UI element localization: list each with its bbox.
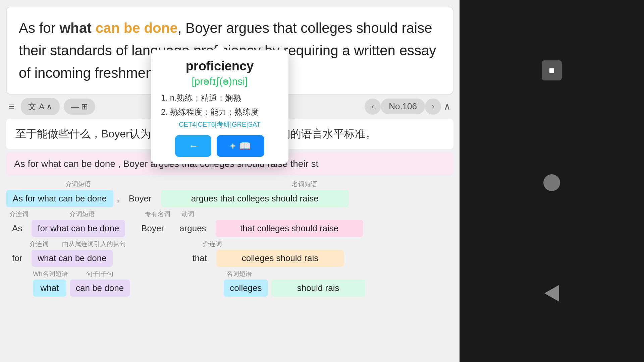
highlight-canbe: can be done	[96, 20, 178, 36]
back-button[interactable]: ←	[175, 135, 211, 157]
translate-button[interactable]: 文 A ∧	[21, 98, 59, 115]
phrase-canbe: can be done	[70, 280, 130, 297]
stop-icon[interactable]: ■	[542, 60, 562, 80]
popup-def1: 1. n.熟练；精通；娴熟	[161, 92, 278, 104]
label-wh: Wh名词短语	[33, 269, 68, 278]
phrase-argues1: argues that colleges should raise	[161, 190, 349, 207]
phrase-whatcanbe: what can be done	[32, 250, 112, 267]
popup-buttons: ← + 📖	[161, 135, 278, 157]
phrase-shouldraise: should rais	[271, 280, 365, 297]
popup-word: proficiency	[161, 59, 278, 73]
comma1: ,	[117, 193, 119, 204]
phrase-colleges: colleges	[224, 280, 268, 297]
popup-phonetic: [prəfɪʃ(ə)nsi]	[161, 75, 278, 87]
circle-icon[interactable]	[543, 174, 560, 191]
label-sentence: 句子|子句	[75, 269, 125, 278]
prev-button[interactable]: ‹	[365, 99, 381, 115]
card-number: No.106	[381, 99, 425, 114]
label-prepphrase2: 介词短语	[37, 210, 127, 219]
highlight-what: what	[59, 20, 92, 36]
phrase-what: what	[33, 280, 66, 297]
hamburger-button[interactable]: ≡	[6, 99, 17, 115]
label-propernoun: 专有名词	[144, 210, 171, 219]
label-conjunct2: 介连词	[30, 240, 49, 248]
label-conjunct3: 介连词	[203, 240, 222, 248]
back-triangle-icon[interactable]	[544, 285, 559, 302]
back-icon: ←	[189, 141, 198, 152]
next-button[interactable]: ›	[425, 99, 441, 115]
add-to-book-button[interactable]: + 📖	[217, 135, 264, 157]
popup-def2: 2. 熟练程度；能力；熟练度	[161, 106, 278, 118]
grammar-section: 介词短语 名词短语 As for what can be done , Boye…	[0, 175, 460, 301]
right-sidebar: ■	[460, 0, 644, 362]
phrase-argues2: argues	[173, 220, 212, 237]
main-area: As for what can be done, Boyer argues th…	[0, 0, 460, 362]
layout-icon: — ⊞	[71, 102, 88, 111]
layout-button[interactable]: — ⊞	[64, 99, 96, 115]
phrase-that: that	[186, 250, 213, 267]
label-nounphrase1: 名词短语	[211, 180, 398, 189]
popup-arrow	[214, 44, 226, 50]
label-prepphrase1: 介词短语	[26, 180, 130, 189]
phrase-for: for	[6, 250, 28, 267]
dictionary-popup: proficiency [prəfɪʃ(ə)nsi] 1. n.熟练；精通；娴熟…	[151, 50, 288, 164]
phrase-thatcolleges1: that colleges should raise	[216, 220, 363, 237]
label-verb: 动词	[174, 210, 201, 219]
book-icon: 📖	[239, 140, 251, 152]
phrase-boyer2: Boyer	[135, 220, 170, 237]
phrase-asforwhat: As for what can be done	[6, 190, 113, 207]
nav-controls: ‹ No.106 › ∧	[365, 98, 453, 115]
translate-label: A ∧	[39, 102, 52, 111]
phrase-forwhat1: for what can be done	[32, 220, 125, 237]
phrase-boyer1: Boyer	[123, 190, 158, 207]
label-nounphrase2: 名词短语	[219, 269, 259, 278]
phrase-collegesshouldrise: colleges should rais	[216, 250, 344, 267]
phrase-as: As	[6, 220, 28, 237]
popup-tags: CET4|CET6|考研|GRE|SAT	[161, 120, 278, 129]
add-icon: +	[230, 141, 235, 152]
chevron-button[interactable]: ∧	[441, 98, 453, 115]
label-conjunct1: 介连词	[9, 210, 29, 219]
label-subclause: 由从属连词引入的从句	[59, 240, 129, 248]
translate-icon: 文	[28, 101, 36, 112]
